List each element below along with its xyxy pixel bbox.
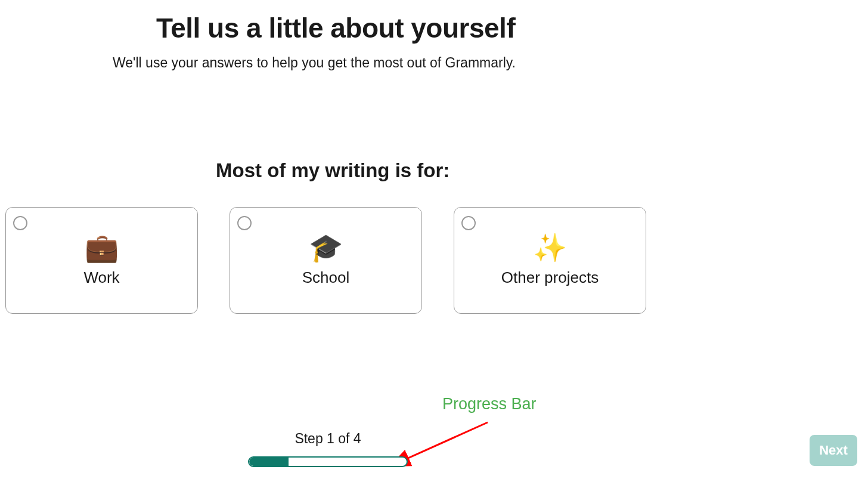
next-button[interactable]: Next [810, 435, 857, 466]
graduation-cap-icon: 🎓 [309, 234, 343, 261]
annotation-label: Progress Bar [442, 395, 537, 413]
progress-bar [248, 456, 408, 467]
option-label: Other projects [501, 268, 599, 287]
radio-unchecked-icon[interactable] [461, 216, 476, 230]
option-card-work[interactable]: 💼 Work [5, 207, 198, 314]
page-subtitle: We'll use your answers to help you get t… [113, 55, 868, 71]
page-title: Tell us a little about yourself [156, 12, 868, 44]
options-row: 💼 Work 🎓 School ✨ Other projects [5, 207, 868, 314]
radio-unchecked-icon[interactable] [237, 216, 252, 230]
briefcase-icon: 💼 [85, 234, 119, 261]
option-label: Work [83, 268, 119, 287]
question-prompt: Most of my writing is for: [216, 159, 868, 182]
arrow-icon [393, 416, 495, 470]
progress-bar-fill [249, 458, 289, 466]
svg-line-1 [405, 422, 488, 459]
step-indicator: Step 1 of 4 [248, 431, 408, 447]
option-label: School [302, 268, 350, 287]
radio-unchecked-icon[interactable] [13, 216, 27, 230]
option-card-other[interactable]: ✨ Other projects [454, 207, 646, 314]
sparkles-icon: ✨ [533, 234, 567, 261]
option-card-school[interactable]: 🎓 School [230, 207, 422, 314]
progress-area: Step 1 of 4 [248, 431, 408, 467]
